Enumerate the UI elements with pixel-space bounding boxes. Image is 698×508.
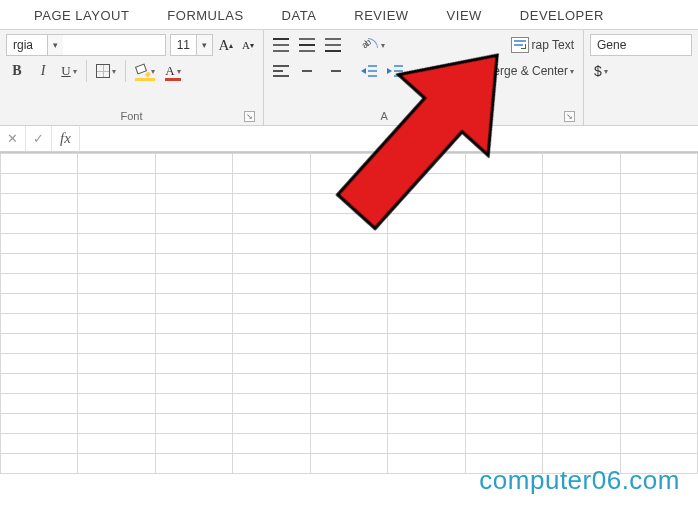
align-left-button[interactable] [270, 60, 292, 82]
align-right-icon [325, 65, 341, 77]
decrease-font-size-button[interactable]: A▾ [239, 34, 257, 56]
chevron-down-icon[interactable]: ▾ [196, 35, 212, 55]
dialog-launcher-icon[interactable]: ↘ [244, 111, 255, 122]
cells-table[interactable] [0, 153, 698, 474]
borders-icon [96, 64, 110, 78]
align-bottom-button[interactable] [322, 34, 344, 56]
formula-input[interactable] [80, 126, 698, 151]
align-top-icon [273, 38, 289, 52]
increase-font-size-button[interactable]: A▴ [217, 34, 235, 56]
font-size-value: 11 [171, 38, 196, 52]
font-name-value: rgia [7, 38, 47, 52]
spreadsheet-grid[interactable] [0, 152, 698, 474]
group-alignment: ab ▾ rap Text [264, 30, 584, 125]
align-middle-icon [299, 38, 315, 52]
font-color-button[interactable]: A ▾ [162, 60, 184, 82]
decrease-indent-button[interactable] [358, 60, 380, 82]
orientation-button[interactable]: ab ▾ [358, 34, 388, 56]
tab-data[interactable]: DATA [278, 2, 321, 29]
align-top-button[interactable] [270, 34, 292, 56]
align-center-icon [299, 65, 315, 77]
merge-center-icon [472, 63, 490, 79]
align-middle-button[interactable] [296, 34, 318, 56]
decrease-indent-icon [361, 65, 377, 77]
fill-color-button[interactable]: ▾ [132, 60, 158, 82]
underline-button[interactable]: U▾ [58, 60, 80, 82]
align-bottom-icon [325, 38, 341, 52]
align-right-button[interactable] [322, 60, 344, 82]
bold-button[interactable]: B [6, 60, 28, 82]
watermark-text: computer06.com [479, 465, 680, 496]
merge-center-button[interactable]: erge & Center ▾ [469, 60, 577, 82]
tab-developer[interactable]: DEVELOPER [516, 2, 608, 29]
cancel-icon[interactable]: ✕ [0, 126, 26, 151]
font-color-icon: A [165, 63, 174, 79]
borders-button[interactable]: ▾ [93, 60, 119, 82]
italic-button[interactable]: I [32, 60, 54, 82]
increase-indent-button[interactable] [384, 60, 406, 82]
dollar-icon: $ [594, 63, 602, 79]
number-format-value: Gene [591, 38, 632, 52]
wrap-text-button[interactable]: rap Text [508, 34, 577, 56]
paint-bucket-icon [135, 65, 149, 77]
tab-page-layout[interactable]: PAGE LAYOUT [30, 2, 133, 29]
font-size-combo[interactable]: 11 ▾ [170, 34, 213, 56]
font-name-combo[interactable]: rgia ▾ [6, 34, 166, 56]
group-label-alignment: A ment ↘ [270, 108, 577, 125]
chevron-down-icon[interactable]: ▾ [47, 35, 63, 55]
group-label-number [590, 120, 692, 125]
dialog-launcher-icon[interactable]: ↘ [564, 111, 575, 122]
align-left-icon [273, 65, 289, 77]
formula-bar: ✕ ✓ fx [0, 126, 698, 152]
wrap-text-icon [511, 37, 529, 53]
separator [125, 60, 126, 82]
group-font: rgia ▾ 11 ▾ A▴ A▾ B I U▾ [0, 30, 264, 125]
tab-formulas[interactable]: FORMULAS [163, 2, 247, 29]
orientation-icon: ab [361, 36, 379, 54]
tab-view[interactable]: VIEW [443, 2, 486, 29]
ribbon: rgia ▾ 11 ▾ A▴ A▾ B I U▾ [0, 30, 698, 126]
fx-icon[interactable]: fx [52, 126, 80, 151]
ribbon-tab-bar: PAGE LAYOUT FORMULAS DATA REVIEW VIEW DE… [0, 0, 698, 30]
group-label-font: Font ↘ [6, 108, 257, 125]
tab-review[interactable]: REVIEW [350, 2, 412, 29]
accounting-format-button[interactable]: $ ▾ [590, 60, 612, 82]
number-format-combo[interactable]: Gene [590, 34, 692, 56]
enter-icon[interactable]: ✓ [26, 126, 52, 151]
separator [86, 60, 87, 82]
increase-indent-icon [387, 65, 403, 77]
align-center-button[interactable] [296, 60, 318, 82]
group-number: Gene $ ▾ [584, 30, 698, 125]
